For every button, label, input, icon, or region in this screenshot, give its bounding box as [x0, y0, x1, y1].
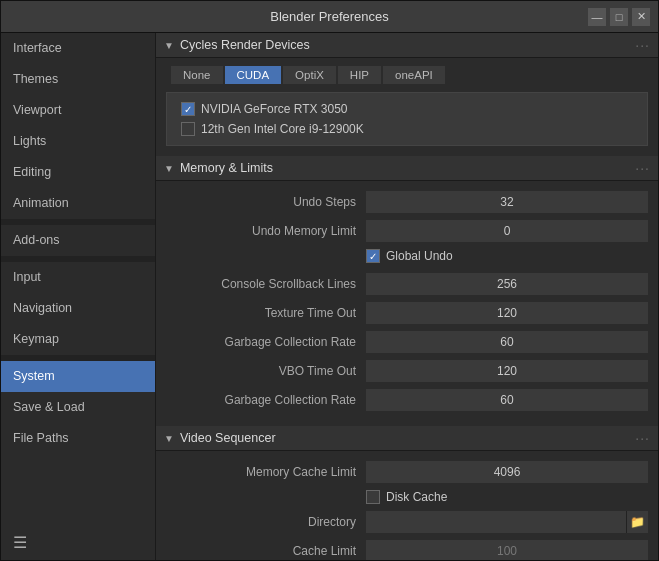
directory-browse-button[interactable]: 📁: [626, 511, 648, 533]
hamburger-menu[interactable]: ☰: [1, 525, 155, 560]
disk-cache-row: Disk Cache: [166, 488, 648, 506]
undo-steps-label: Undo Steps: [166, 195, 366, 209]
global-undo-check-area: Global Undo: [366, 249, 453, 263]
close-button[interactable]: ✕: [632, 8, 650, 26]
memory-section-dots: ···: [635, 160, 650, 176]
garbage-collection-row-1: Garbage Collection Rate: [166, 329, 648, 355]
cycles-section-title: Cycles Render Devices: [180, 38, 635, 52]
device-label-1: 12th Gen Intel Core i9-12900K: [201, 122, 364, 136]
device-checkbox-0[interactable]: [181, 102, 195, 116]
undo-memory-label: Undo Memory Limit: [166, 224, 366, 238]
tab-none[interactable]: None: [171, 66, 223, 84]
memory-cache-row: Memory Cache Limit: [166, 459, 648, 485]
memory-cache-input[interactable]: [366, 461, 648, 483]
texture-timeout-label: Texture Time Out: [166, 306, 366, 320]
sidebar-item-system[interactable]: System: [1, 361, 155, 392]
disk-cache-checkbox[interactable]: [366, 490, 380, 504]
section-header-video[interactable]: ▼ Video Sequencer ···: [156, 426, 658, 451]
maximize-button[interactable]: □: [610, 8, 628, 26]
device-checkbox-1[interactable]: [181, 122, 195, 136]
devices-list: NVIDIA GeForce RTX 3050 12th Gen Intel C…: [166, 92, 648, 146]
titlebar: Blender Preferences — □ ✕: [1, 1, 658, 33]
video-section-dots: ···: [635, 430, 650, 446]
sidebar-item-themes[interactable]: Themes: [1, 64, 155, 95]
undo-memory-input[interactable]: [366, 220, 648, 242]
directory-input-wrap: 📁: [366, 511, 648, 533]
section-header-cycles[interactable]: ▼ Cycles Render Devices ···: [156, 33, 658, 58]
sidebar: Interface Themes Viewport Lights Editing…: [1, 33, 156, 560]
sidebar-item-file-paths[interactable]: File Paths: [1, 423, 155, 454]
sidebar-item-navigation[interactable]: Navigation: [1, 293, 155, 324]
tab-optix[interactable]: OptiX: [283, 66, 336, 84]
memory-arrow-icon: ▼: [164, 163, 174, 174]
cache-limit-label: Cache Limit: [166, 544, 366, 558]
sidebar-item-keymap[interactable]: Keymap: [1, 324, 155, 355]
section-memory-limits: ▼ Memory & Limits ··· Undo Steps Undo Me…: [156, 156, 658, 424]
texture-timeout-input[interactable]: [366, 302, 648, 324]
console-scrollback-input[interactable]: [366, 273, 648, 295]
cycles-section-body: None CUDA OptiX HIP oneAPI NVIDIA GeForc…: [156, 58, 658, 154]
undo-steps-input[interactable]: [366, 191, 648, 213]
cycles-section-dots: ···: [635, 37, 650, 53]
directory-input[interactable]: [366, 511, 626, 533]
memory-section-title: Memory & Limits: [180, 161, 635, 175]
vbo-timeout-row: VBO Time Out: [166, 358, 648, 384]
memory-section-body: Undo Steps Undo Memory Limit Global Undo: [156, 181, 658, 424]
section-cycles-render: ▼ Cycles Render Devices ··· None CUDA Op…: [156, 33, 658, 154]
render-tabs-row: None CUDA OptiX HIP oneAPI: [166, 66, 648, 84]
device-row-1: 12th Gen Intel Core i9-12900K: [175, 119, 639, 139]
minimize-button[interactable]: —: [588, 8, 606, 26]
sidebar-item-save-load[interactable]: Save & Load: [1, 392, 155, 423]
console-scrollback-row: Console Scrollback Lines: [166, 271, 648, 297]
video-section-body: Memory Cache Limit Disk Cache Directory: [156, 451, 658, 560]
texture-timeout-row: Texture Time Out: [166, 300, 648, 326]
cycles-arrow-icon: ▼: [164, 40, 174, 51]
content-area: ▼ Cycles Render Devices ··· None CUDA Op…: [156, 33, 658, 560]
garbage-collection-row-2: Garbage Collection Rate: [166, 387, 648, 413]
sidebar-item-addons[interactable]: Add-ons: [1, 225, 155, 256]
undo-memory-row: Undo Memory Limit: [166, 218, 648, 244]
cache-limit-row: Cache Limit: [166, 538, 648, 560]
global-undo-checkbox[interactable]: [366, 249, 380, 263]
sidebar-item-interface[interactable]: Interface: [1, 33, 155, 64]
device-row-0: NVIDIA GeForce RTX 3050: [175, 99, 639, 119]
window-title: Blender Preferences: [270, 9, 389, 24]
global-undo-label: Global Undo: [386, 249, 453, 263]
disk-cache-label: Disk Cache: [386, 490, 447, 504]
section-header-memory[interactable]: ▼ Memory & Limits ···: [156, 156, 658, 181]
sidebar-item-lights[interactable]: Lights: [1, 126, 155, 157]
directory-label: Directory: [166, 515, 366, 529]
video-section-title: Video Sequencer: [180, 431, 635, 445]
vbo-timeout-label: VBO Time Out: [166, 364, 366, 378]
undo-steps-row: Undo Steps: [166, 189, 648, 215]
vbo-timeout-input[interactable]: [366, 360, 648, 382]
memory-cache-label: Memory Cache Limit: [166, 465, 366, 479]
tab-cuda[interactable]: CUDA: [225, 66, 282, 84]
garbage-collection-label-2: Garbage Collection Rate: [166, 393, 366, 407]
console-scrollback-label: Console Scrollback Lines: [166, 277, 366, 291]
garbage-collection-input-2[interactable]: [366, 389, 648, 411]
directory-row: Directory 📁: [166, 509, 648, 535]
section-video-sequencer: ▼ Video Sequencer ··· Memory Cache Limit…: [156, 426, 658, 560]
titlebar-controls: — □ ✕: [588, 8, 650, 26]
sidebar-item-viewport[interactable]: Viewport: [1, 95, 155, 126]
device-label-0: NVIDIA GeForce RTX 3050: [201, 102, 348, 116]
video-arrow-icon: ▼: [164, 433, 174, 444]
window: Blender Preferences — □ ✕ Interface Them…: [0, 0, 659, 561]
tab-hip[interactable]: HIP: [338, 66, 381, 84]
cache-limit-input[interactable]: [366, 540, 648, 560]
sidebar-item-editing[interactable]: Editing: [1, 157, 155, 188]
sidebar-item-input[interactable]: Input: [1, 262, 155, 293]
disk-cache-check-area: Disk Cache: [366, 490, 447, 504]
garbage-collection-input-1[interactable]: [366, 331, 648, 353]
main-area: Interface Themes Viewport Lights Editing…: [1, 33, 658, 560]
sidebar-item-animation[interactable]: Animation: [1, 188, 155, 219]
garbage-collection-label-1: Garbage Collection Rate: [166, 335, 366, 349]
tab-oneapi[interactable]: oneAPI: [383, 66, 445, 84]
global-undo-row: Global Undo: [166, 247, 648, 265]
